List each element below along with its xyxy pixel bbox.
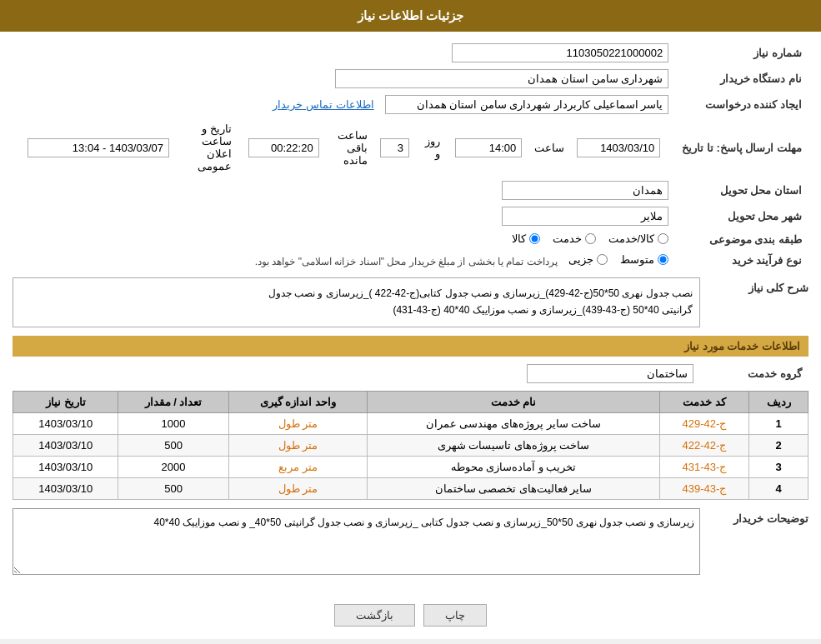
cat-option-kala-khadamat: کالا/خدمت (608, 232, 669, 245)
deadline-date-field: 1403/03/10 (577, 138, 660, 157)
cat-option-khadamat: خدمت (553, 232, 596, 245)
back-button[interactable]: بازگشت (334, 604, 415, 627)
col-header-code: کد خدمت (659, 392, 749, 413)
cat-label-kala-khadamat: کالا/خدمت (608, 232, 655, 245)
org-label: نام دستگاه خریدار (675, 66, 808, 92)
need-desc-text2: گرانیتی 40*50 (ج-43-439)_زیرسازی و نصب م… (20, 302, 693, 318)
category-label: طبقه بندی موضوعی (675, 229, 808, 250)
process-radio-medium[interactable] (658, 254, 668, 265)
cell-unit: متر مربع (228, 457, 368, 478)
creator-value-field: یاسر اسماعیلی کاربردار شهرداری سامن استا… (385, 95, 668, 114)
cell-unit: متر طول (228, 413, 368, 435)
col-header-date: تاریخ نیاز (13, 392, 118, 413)
buyer-notes-content: زیرسازی و نصب جدول نهری 50*50_زیرسازی و … (13, 508, 700, 575)
need-desc-label: شرح کلی نیاز (700, 277, 808, 294)
table-row: 3 ج-43-431 تخریب و آماده‌سازی محوطه متر … (13, 457, 808, 478)
col-header-unit: واحد اندازه گیری (228, 392, 368, 413)
process-option-medium: متوسط (620, 253, 668, 266)
services-table: ردیف کد خدمت نام خدمت واحد اندازه گیری ت… (13, 391, 808, 500)
cat-radio-khadamat[interactable] (585, 233, 596, 244)
need-number-value: 1103050221000002 (80, 40, 675, 66)
deadline-remaining-label: ساعت باقی مانده (328, 122, 372, 172)
cell-name: ساخت سایر پروژه‌های مهندسی عمران (368, 413, 659, 435)
cell-name: تخریب و آماده‌سازی محوطه (368, 457, 659, 478)
table-row: 4 ج-43-439 سایر فعالیت‌های تخصصی ساختمان… (13, 478, 808, 500)
cell-qty: 2000 (118, 457, 228, 478)
process-label: نوع فرآیند خرید (675, 250, 808, 271)
deadline-remaining-field: 00:22:20 (248, 138, 319, 157)
deadline-time-field: 14:00 (455, 138, 522, 157)
info-table: شماره نیاز 1103050221000002 نام دستگاه خ… (13, 40, 808, 271)
page-title: جزئیات اطلاعات نیاز (0, 0, 821, 32)
city-label: شهر محل تحویل (675, 203, 808, 229)
need-desc-content: نصب جدول نهری 50*50(ج-42-429)_زیرسازی و … (13, 277, 700, 327)
cell-qty: 1000 (118, 413, 228, 435)
table-row: 2 ج-42-422 ساخت پروژه‌های تاسیسات شهری م… (13, 435, 808, 457)
need-number-label: شماره نیاز (675, 40, 808, 66)
announce-label: تاریخ و ساعت اعلان عمومی (178, 122, 240, 172)
cat-option-kala: کالا (512, 232, 540, 245)
cell-num: 4 (749, 478, 808, 500)
province-value-field: همدان (502, 181, 668, 200)
cell-code: ج-43-431 (659, 457, 749, 478)
announce-value-field: 1403/03/07 - 13:04 (28, 138, 169, 157)
process-label-medium: متوسط (620, 253, 654, 266)
col-header-name: نام خدمت (368, 392, 659, 413)
cell-qty: 500 (118, 478, 228, 500)
col-header-qty: تعداد / مقدار (118, 392, 228, 413)
cat-radio-kala[interactable] (529, 233, 540, 244)
table-row: 1 ج-42-429 ساخت سایر پروژه‌های مهندسی عم… (13, 413, 808, 435)
col-header-num: ردیف (749, 392, 808, 413)
cell-name: ساخت پروژه‌های تاسیسات شهری (368, 435, 659, 457)
need-desc-box: نصب جدول نهری 50*50(ج-42-429)_زیرسازی و … (13, 277, 700, 327)
deadline-label: مهلت ارسال پاسخ: تا تاریخ (675, 117, 808, 177)
cell-num: 3 (749, 457, 808, 478)
process-radio-small[interactable] (597, 254, 608, 265)
cell-qty: 500 (118, 435, 228, 457)
deadline-days-label: روز و (418, 122, 447, 172)
cell-code: ج-43-439 (659, 478, 749, 500)
service-section-header: اطلاعات خدمات مورد نیاز (13, 336, 808, 357)
city-value-field: ملایر (502, 207, 668, 226)
cell-unit: متر طول (228, 478, 368, 500)
process-desc: پرداخت تمام یا بخشی از مبلغ خریدار محل "… (255, 256, 558, 267)
cell-name: سایر فعالیت‌های تخصصی ساختمان (368, 478, 659, 500)
org-value-field: شهرداری سامن استان همدان (335, 69, 668, 88)
cell-num: 1 (749, 413, 808, 435)
deadline-row: 1403/03/10 ساعت 14:00 روز و 3 ساعت باقی … (19, 121, 668, 174)
buyer-notes-text: زیرسازی و نصب جدول نهری 50*50_زیرسازی و … (18, 514, 694, 532)
contact-link[interactable]: اطلاعات تماس خریدار (273, 98, 373, 111)
buyer-notes-label: توضیحات خریدار (700, 508, 808, 525)
service-group-table: گروه خدمت ساختمان (13, 361, 808, 387)
creator-label: ایجاد کننده درخواست (675, 92, 808, 117)
page-container: جزئیات اطلاعات نیاز شماره نیاز 110305022… (0, 0, 821, 639)
buyer-notes-row: توضیحات خریدار زیرسازی و نصب جدول نهری 5… (13, 508, 808, 575)
footer-buttons: چاپ بازگشت (0, 592, 821, 639)
cell-code: ج-42-422 (659, 435, 749, 457)
process-label-small: جزیی (568, 253, 593, 266)
process-radio-group: متوسط جزیی (568, 253, 668, 266)
province-label: استان محل تحویل (675, 177, 808, 203)
buyer-notes-box: زیرسازی و نصب جدول نهری 50*50_زیرسازی و … (13, 508, 700, 575)
cell-date: 1403/03/10 (13, 435, 118, 457)
cell-code: ج-42-429 (659, 413, 749, 435)
cell-date: 1403/03/10 (13, 478, 118, 500)
group-label: گروه خدمت (700, 361, 808, 387)
cell-unit: متر طول (228, 435, 368, 457)
cat-label-kala: کالا (512, 232, 526, 245)
cat-label-khadamat: خدمت (553, 232, 582, 245)
need-number-field: 1103050221000002 (452, 43, 668, 62)
cat-radio-kala-khadamat[interactable] (658, 233, 668, 244)
need-description-row: شرح کلی نیاز نصب جدول نهری 50*50(ج-42-42… (13, 277, 808, 327)
deadline-days-field: 3 (380, 138, 409, 157)
content-area: شماره نیاز 1103050221000002 نام دستگاه خ… (0, 32, 821, 592)
process-option-small: جزیی (568, 253, 608, 266)
category-radio-group: کالا/خدمت خدمت کالا (512, 232, 669, 245)
print-button[interactable]: چاپ (423, 604, 487, 627)
cell-num: 2 (749, 435, 808, 457)
deadline-time-label: ساعت (530, 122, 568, 172)
group-value-field: ساختمان (527, 364, 693, 383)
need-desc-text1: نصب جدول نهری 50*50(ج-42-429)_زیرسازی و … (20, 285, 693, 302)
cell-date: 1403/03/10 (13, 457, 118, 478)
cell-date: 1403/03/10 (13, 413, 118, 435)
